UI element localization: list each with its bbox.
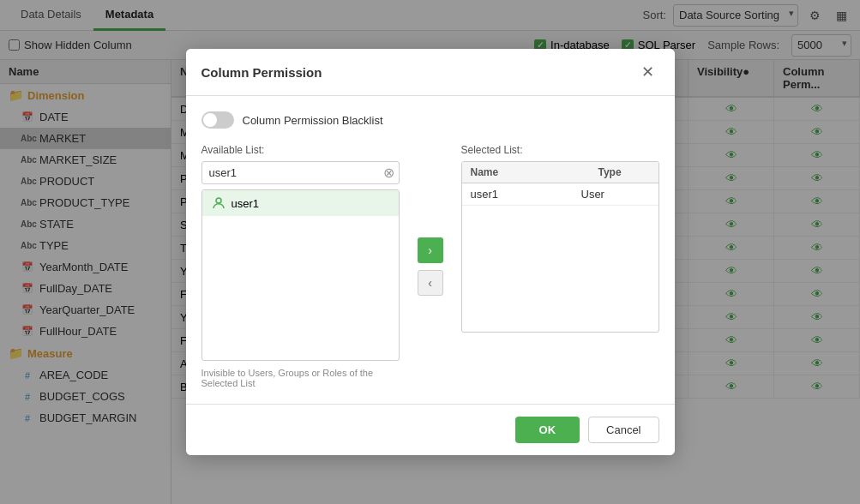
move-left-button[interactable]: ‹ xyxy=(418,270,443,296)
available-item[interactable]: user1 xyxy=(202,190,399,216)
search-wrap: ⊗ xyxy=(201,161,400,184)
modal-header: Column Permission ✕ xyxy=(186,49,675,96)
selected-list-col: Selected List: Name Type user1 User xyxy=(461,144,659,388)
invisible-note: Invisible to Users, Groups or Roles of t… xyxy=(201,368,400,388)
cancel-button[interactable]: Cancel xyxy=(588,417,659,443)
column-permission-modal: Column Permission ✕ Column Permission Bl… xyxy=(186,49,675,455)
two-col-layout: Available List: ⊗ user1 Invisible xyxy=(201,144,659,388)
available-list-col: Available List: ⊗ user1 Invisible xyxy=(201,144,400,388)
toggle-row: Column Permission Blacklist xyxy=(201,111,659,129)
available-item-label: user1 xyxy=(232,197,260,210)
modal-overlay: Column Permission ✕ Column Permission Bl… xyxy=(0,0,860,504)
arrow-col: › ‹ xyxy=(413,144,448,388)
sel-th-name: Name xyxy=(462,162,590,183)
sel-th-type: Type xyxy=(590,162,659,183)
available-list-label: Available List: xyxy=(201,144,400,156)
modal-title: Column Permission xyxy=(201,65,322,80)
modal-close-button[interactable]: ✕ xyxy=(636,61,659,83)
move-right-button[interactable]: › xyxy=(418,237,443,263)
user-icon xyxy=(211,195,226,211)
search-clear-button[interactable]: ⊗ xyxy=(383,166,394,180)
ok-button[interactable]: OK xyxy=(515,417,580,443)
selected-list-table: Name Type user1 User xyxy=(461,161,659,333)
available-list: user1 xyxy=(201,189,400,361)
modal-footer: OK Cancel xyxy=(186,404,675,455)
blacklist-toggle-label: Column Permission Blacklist xyxy=(243,114,383,127)
sel-table-header: Name Type xyxy=(462,162,659,183)
blacklist-toggle[interactable] xyxy=(201,111,234,129)
search-input[interactable] xyxy=(201,161,400,184)
sel-td-type: User xyxy=(581,188,650,201)
sel-table-row: user1 User xyxy=(462,183,659,206)
selected-list-label: Selected List: xyxy=(461,144,659,156)
sel-td-name: user1 xyxy=(471,188,581,201)
modal-body: Column Permission Blacklist Available Li… xyxy=(186,96,675,404)
svg-point-0 xyxy=(216,198,221,203)
